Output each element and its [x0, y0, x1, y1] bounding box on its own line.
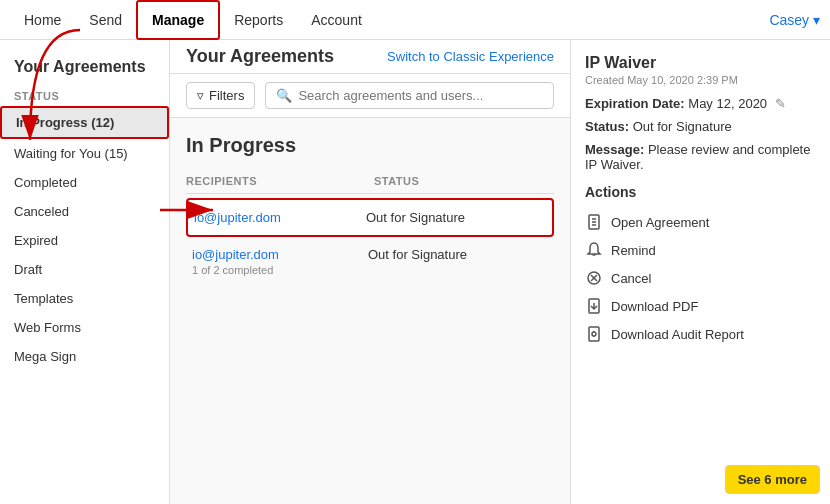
svg-rect-10 — [589, 327, 599, 341]
top-nav: Home Send Manage Reports Account Casey ▾ — [0, 0, 830, 40]
filter-icon: ▿ — [197, 88, 204, 103]
switch-classic-link[interactable]: Switch to Classic Experience — [387, 49, 554, 64]
table-row[interactable]: io@jupiter.dom Out for Signature 1 of 2 … — [186, 237, 554, 286]
sidebar: Your Agreements STATUS In Progress (12) … — [0, 40, 170, 504]
content-area: Your Agreements Switch to Classic Experi… — [170, 40, 570, 504]
search-icon: 🔍 — [276, 88, 292, 103]
panel-title: IP Waiver — [585, 54, 816, 72]
sidebar-item-megasign[interactable]: Mega Sign — [0, 342, 169, 371]
content-toolbar: ▿ Filters 🔍 — [170, 74, 570, 118]
expiration-label: Expiration Date: — [585, 96, 685, 111]
nav-home[interactable]: Home — [10, 0, 75, 40]
sidebar-item-canceled[interactable]: Canceled — [0, 197, 169, 226]
action-cancel[interactable]: Cancel — [585, 264, 816, 292]
action-remind[interactable]: Remind — [585, 236, 816, 264]
row-email: io@jupiter.dom — [192, 247, 368, 262]
col-status-header: STATUS — [374, 175, 554, 187]
x-circle-icon — [585, 269, 603, 287]
action-download-pdf[interactable]: Download PDF — [585, 292, 816, 320]
main-layout: Your Agreements STATUS In Progress (12) … — [0, 40, 830, 504]
see-more-button[interactable]: See 6 more — [725, 465, 820, 494]
action-download-audit[interactable]: Download Audit Report — [585, 320, 816, 348]
table-row[interactable]: io@jupiter.dom Out for Signature — [186, 198, 554, 237]
sidebar-item-completed[interactable]: Completed — [0, 168, 169, 197]
sidebar-item-draft[interactable]: Draft — [0, 255, 169, 284]
filter-label: Filters — [209, 88, 244, 103]
message-label: Message: — [585, 142, 644, 157]
content-body: In Progress RECIPIENTS STATUS io@jupiter… — [170, 118, 570, 504]
search-box: 🔍 — [265, 82, 554, 109]
sidebar-item-templates[interactable]: Templates — [0, 284, 169, 313]
panel-created: Created May 10, 2020 2:39 PM — [585, 74, 816, 86]
panel-expiration: Expiration Date: May 12, 2020 ✎ — [585, 96, 816, 111]
col-recipients-header: RECIPIENTS — [186, 175, 374, 187]
right-panel: IP Waiver Created May 10, 2020 2:39 PM E… — [570, 40, 830, 504]
expiration-date: May 12, 2020 — [688, 96, 767, 111]
table-header: RECIPIENTS STATUS — [186, 169, 554, 194]
sidebar-item-in-progress[interactable]: In Progress (12) — [0, 106, 169, 139]
status-label: Status: — [585, 119, 629, 134]
action-label: Cancel — [611, 271, 651, 286]
row-email: io@jupiter.dom — [194, 210, 366, 225]
status-text: Out for Signature — [633, 119, 732, 134]
row-sub: 1 of 2 completed — [192, 264, 548, 276]
sidebar-title: Your Agreements — [0, 50, 169, 84]
sidebar-item-waiting[interactable]: Waiting for You (15) — [0, 139, 169, 168]
doc-icon — [585, 213, 603, 231]
download-doc-icon — [585, 297, 603, 315]
action-label: Download Audit Report — [611, 327, 744, 342]
action-label: Download PDF — [611, 299, 698, 314]
download-report-icon — [585, 325, 603, 343]
status-section-label: STATUS — [0, 84, 169, 106]
banner-title: Your Agreements — [186, 46, 334, 67]
filter-button[interactable]: ▿ Filters — [186, 82, 255, 109]
nav-manage[interactable]: Manage — [136, 0, 220, 40]
sidebar-item-expired[interactable]: Expired — [0, 226, 169, 255]
nav-account[interactable]: Account — [297, 0, 376, 40]
action-open-agreement[interactable]: Open Agreement — [585, 208, 816, 236]
action-label: Open Agreement — [611, 215, 709, 230]
sidebar-item-webforms[interactable]: Web Forms — [0, 313, 169, 342]
actions-title: Actions — [585, 184, 816, 200]
panel-status: Status: Out for Signature — [585, 119, 816, 134]
row-status: Out for Signature — [366, 210, 546, 225]
row-status: Out for Signature — [368, 247, 548, 262]
section-title: In Progress — [186, 134, 554, 157]
content-banner: Your Agreements Switch to Classic Experi… — [170, 40, 570, 74]
svg-point-11 — [592, 332, 596, 336]
action-label: Remind — [611, 243, 656, 258]
panel-message: Message: Please review and complete IP W… — [585, 142, 816, 172]
nav-send[interactable]: Send — [75, 0, 136, 40]
nav-user[interactable]: Casey ▾ — [769, 12, 820, 28]
bell-icon — [585, 241, 603, 259]
nav-reports[interactable]: Reports — [220, 0, 297, 40]
edit-icon[interactable]: ✎ — [775, 96, 786, 111]
search-input[interactable] — [298, 88, 543, 103]
